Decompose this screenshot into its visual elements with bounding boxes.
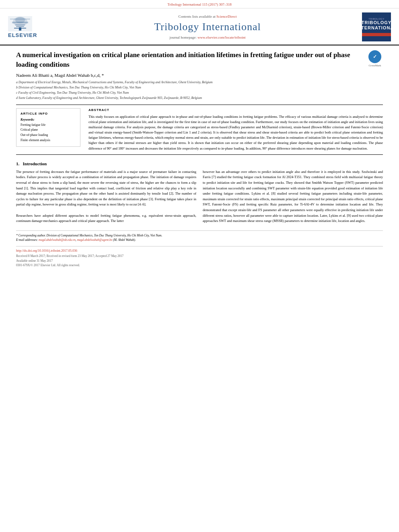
crossmark-svg: ✓ <box>371 53 379 61</box>
logo-area: ELSEVIER <box>8 12 56 41</box>
header-right: TRIBOLOGY TRIBOLOGYINTERNATIONAL <box>359 12 391 41</box>
keyword-3: Out-of-phase loading <box>21 133 76 138</box>
paper-content: A numerical investigation on critical pl… <box>0 45 399 273</box>
intro-body: The presence of fretting decreases the f… <box>16 169 383 224</box>
doi-link[interactable]: http://dx.doi.org/10.1016/j.triboint.201… <box>16 249 383 253</box>
email-link-1[interactable]: magd.abdelwahab@tdt.edu.vn <box>39 238 76 242</box>
meta-dates: Received 8 March 2017; Received in revis… <box>16 254 383 259</box>
abstract-text: This study focuses on application of cri… <box>88 114 383 151</box>
svg-point-5 <box>15 17 25 23</box>
article-info-title: ARTICLE INFO <box>21 112 76 115</box>
journal-homepage: journal homepage: www.elsevier.com/locat… <box>170 35 246 39</box>
intro-section: 1. Introduction The presence of fretting… <box>16 161 383 224</box>
authors: Nadeem Ali Bhatti a, Magd Abdel Wahab b,… <box>16 73 383 78</box>
article-title-section: A numerical investigation on critical pl… <box>16 50 383 70</box>
keywords-label: Keywords: <box>21 118 76 121</box>
citation-text: Tribology International 115 (2017) 307–3… <box>167 2 231 6</box>
keyword-4: Finite element analysis <box>21 138 76 143</box>
affiliation-b: b Division of Computational Mechanics, T… <box>16 85 383 90</box>
meta-copyright: 0301-679X/© 2017 Elsevier Ltd. All right… <box>16 263 383 267</box>
intro-text-col1: The presence of fretting decreases the f… <box>16 169 196 224</box>
elsevier-logo: ELSEVIER <box>8 16 48 38</box>
bottom-meta: http://dx.doi.org/10.1016/j.triboint.201… <box>16 246 383 267</box>
divider-1 <box>16 105 383 105</box>
affiliation-d: d Soete Laboratory, Faculty of Engineeri… <box>16 96 383 101</box>
tribology-badge: TRIBOLOGY TRIBOLOGYINTERNATIONAL <box>362 12 391 41</box>
svg-rect-1 <box>19 27 21 31</box>
badge-main: TRIBOLOGYINTERNATIONAL <box>356 20 397 31</box>
meta-available: Available online 31 May 2017 <box>16 259 383 263</box>
footnote-corresponding: * Corresponding author. Division of Comp… <box>16 233 383 238</box>
divider-2 <box>16 154 383 155</box>
article-info-col: ARTICLE INFO Keywords: Fretting fatigue … <box>16 108 80 151</box>
keyword-1: Fretting fatigue life <box>21 123 76 128</box>
journal-header: ELSEVIER Contents lists available at Sci… <box>0 8 399 45</box>
contents-line: Contents lists available at ScienceDirec… <box>179 14 237 18</box>
badge-bar <box>362 33 391 36</box>
page: Tribology International 115 (2017) 307–3… <box>0 0 399 532</box>
header-center: Contents lists available at ScienceDirec… <box>60 12 355 41</box>
crossmark-area: ✓ CrossMark <box>367 50 383 67</box>
journal-title: Tribology International <box>154 21 261 33</box>
abstract-title: ABSTRACT <box>88 108 383 112</box>
crossmark-label: CrossMark <box>368 64 381 67</box>
abstract-col: ABSTRACT This study focuses on applicati… <box>88 108 383 151</box>
article-info-box: ARTICLE INFO Keywords: Fretting fatigue … <box>16 108 80 147</box>
crossmark-icon[interactable]: ✓ <box>368 50 381 63</box>
footnote-section: * Corresponding author. Division of Comp… <box>16 230 383 242</box>
footnote-email: E-mail addresses: magd.abdelwahab@tdt.ed… <box>16 238 383 242</box>
intro-col1: The presence of fretting decreases the f… <box>16 169 196 224</box>
article-title: A numerical investigation on critical pl… <box>16 50 363 70</box>
svg-text:✓: ✓ <box>373 54 377 60</box>
intro-title: 1. Introduction <box>16 161 383 166</box>
intro-text-col2: however has an advantage over others to … <box>203 169 383 224</box>
affiliations: a Department of Electrical Energy, Metal… <box>16 80 383 101</box>
email-link-2[interactable]: magd.abdelwahab@ugent.be <box>77 238 112 242</box>
intro-col2: however has an advantage over others to … <box>203 169 383 224</box>
elsevier-wordmark: ELSEVIER <box>8 32 37 38</box>
sciencedirect-link[interactable]: ScienceDirect <box>216 14 237 18</box>
keyword-2: Critical plane <box>21 127 76 133</box>
top-citation-bar: Tribology International 115 (2017) 307–3… <box>0 0 399 8</box>
affiliation-a: a Department of Electrical Energy, Metal… <box>16 80 383 85</box>
article-info-abstract: ARTICLE INFO Keywords: Fretting fatigue … <box>16 108 383 151</box>
homepage-url[interactable]: www.elsevier.com/locate/triboint <box>197 35 245 39</box>
affiliation-c: c Faculty of Civil Engineering, Ton Duc … <box>16 90 383 95</box>
elsevier-tree-icon <box>8 16 32 31</box>
